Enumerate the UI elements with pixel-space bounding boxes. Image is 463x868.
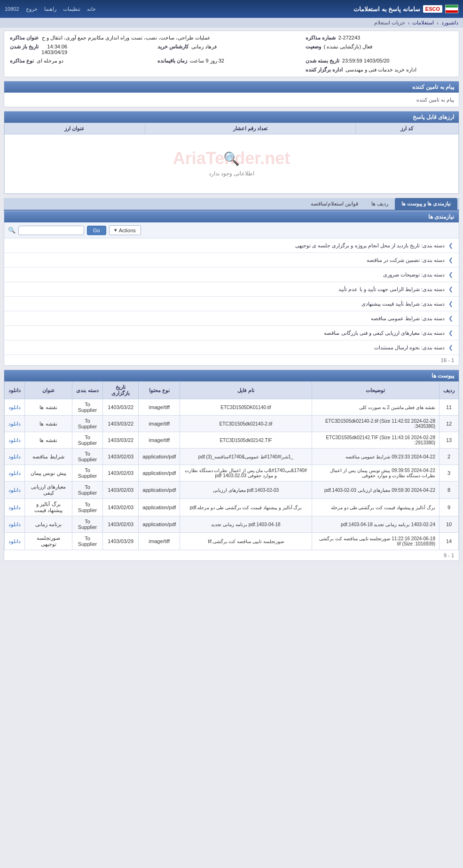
cell-filename: برگ آنالیز و پیشنهاد قیمت کث برگشتی طی د…: [180, 499, 312, 516]
download-link[interactable]: دانلود: [8, 404, 21, 410]
inquiry-number-field: 2-272243 شماره مذاکره: [306, 35, 453, 41]
col-currency-title: عنوان ارز: [5, 123, 145, 134]
needs-header: نیازمندی ها: [4, 211, 459, 222]
go-button[interactable]: Go: [87, 226, 106, 235]
table-row: 11 نقشه های فعلی ماشین 2 به صورت کلی ETC…: [5, 399, 459, 416]
cell-description: 1403-02-24 برنامه زمانی تجدید pdf.1403-0…: [312, 516, 439, 533]
download-link[interactable]: دانلود: [8, 538, 21, 544]
nav-settings[interactable]: تنظیمات: [63, 6, 80, 12]
col-description: توضیحات: [312, 382, 439, 399]
cell-filename: ETC3D1505dk02140-2.tif: [180, 416, 312, 432]
download-link[interactable]: دانلود: [8, 421, 21, 426]
tab-rows[interactable]: ردیف ها: [365, 198, 395, 210]
inquiry-number-value: 2-272243: [338, 35, 361, 40]
chevron-icon-1: ❯: [448, 242, 453, 249]
chevron-icon-4: ❯: [448, 286, 453, 292]
cell-download[interactable]: دانلود: [5, 416, 25, 432]
breadcrumb-current: جزیات استعلام: [374, 20, 405, 26]
cell-publish-date: 1403/02/03: [103, 449, 139, 465]
cell-download[interactable]: دانلود: [5, 399, 25, 416]
nav-guide[interactable]: راهنما: [44, 6, 56, 12]
cell-download[interactable]: دانلود: [5, 533, 25, 550]
cell-publish-date: 1403/03/22: [103, 432, 139, 449]
cell-download[interactable]: دانلود: [5, 465, 25, 481]
col-currency-code: کد ارز: [355, 123, 458, 134]
cell-filename: صورتجلسه تایپی مناقصه کث برگشی.tif: [180, 533, 312, 550]
cell-content-type: image/tiff: [139, 432, 180, 449]
title-label: عنوان مذاکره: [10, 35, 39, 41]
cell-download[interactable]: دانلود: [5, 432, 25, 449]
open-date-value: 14:34:06 1403/04/19: [41, 44, 67, 55]
cell-publish-date: 1403/02/03: [103, 516, 139, 533]
download-link[interactable]: دانلود: [8, 454, 21, 459]
chevron-icon-6: ❯: [448, 315, 453, 322]
breadcrumb-inquiries[interactable]: استعلامات: [412, 20, 434, 26]
attachments-section: پیوست ها ردیف توضیحات نام فایل نوع محتوا…: [4, 370, 459, 561]
cell-category: To Supplier: [72, 465, 102, 481]
chevron-icon-3: ❯: [448, 271, 453, 278]
cell-row-num: 10: [439, 516, 459, 533]
cell-content-type: application/pdf: [139, 481, 180, 499]
esco-logo: ESCO: [423, 5, 442, 13]
needs-item-3[interactable]: ❯ دسته بندی: توضیحات ضروری: [4, 268, 459, 282]
needs-item-6[interactable]: ❯ دسته بندی: شرایط عمومی مناقصه: [4, 311, 459, 326]
cell-filename: pdf.1403-04-18 برنامه زمانی تجدید: [180, 516, 312, 533]
needs-item-2[interactable]: ❯ دسته بندی: تضمین شرکت در مناقصه: [4, 253, 459, 268]
cell-row-num: 9: [439, 499, 459, 516]
cell-content-type: application/pdf: [139, 516, 180, 533]
download-link[interactable]: دانلود: [8, 437, 21, 443]
cell-publish-date: 1403/03/22: [103, 399, 139, 416]
cell-publish-date: 1403/02/03: [103, 481, 139, 499]
col-publish-date: تاریخ بازگزاری: [103, 382, 139, 399]
col-decimal-count: تعداد رقم اعشار: [145, 123, 355, 134]
cell-title: نقشه ها: [25, 399, 72, 416]
site-title: سامانه پاسخ به استعلامات: [353, 6, 420, 13]
needs-item-4[interactable]: ❯ دسته بندی: شرایط الزامی جهت تأیید و با…: [4, 282, 459, 297]
actions-button[interactable]: Actions ▾: [109, 225, 141, 235]
needs-item-label-1: دسته بندی: تاریخ بازدید از محل انجام پرو…: [295, 243, 445, 249]
needs-item-5[interactable]: ❯ دسته بندی: شرایط تأیید قیمت پیشنهادی: [4, 297, 459, 311]
download-link[interactable]: دانلود: [8, 505, 21, 510]
main-content: 2-272243 شماره مذاکره عملیات طراحی، ساخت…: [0, 28, 463, 564]
cell-description: 2024-02-28 11:42:02 ETC3D1505dk02140-2.t…: [312, 416, 439, 432]
cell-download[interactable]: دانلود: [5, 516, 25, 533]
cell-content-type: application/pdf: [139, 449, 180, 465]
needs-item-8[interactable]: ❯ دسته بندی: نحوه ارسال مستندات: [4, 340, 459, 355]
tab-rules[interactable]: قوانین استعلام/مناقصه: [304, 198, 365, 210]
needs-item-label-8: دسته بندی: نحوه ارسال مستندات: [374, 345, 445, 351]
table-row: 10 1403-02-24 برنامه زمانی تجدید pdf.140…: [5, 516, 459, 533]
download-link[interactable]: دانلود: [8, 521, 21, 527]
needs-search-input[interactable]: [18, 226, 84, 235]
cell-row-num: 11: [439, 399, 459, 416]
needs-item-label-7: دسته بندی: معیارهای ارزیابی کیفی و فنی ب…: [324, 330, 445, 336]
cell-row-num: 8: [439, 481, 459, 499]
breadcrumb-dashboard[interactable]: داشبورد: [441, 20, 458, 26]
needs-item-label-2: دسته بندی: تضمین شرکت در مناقصه: [367, 257, 445, 263]
chevron-down-icon: ▾: [114, 227, 117, 233]
actions-label: Actions: [119, 228, 136, 233]
breadcrumb: داشبورد › استعلامات › جزیات استعلام: [0, 18, 463, 28]
nav-logout[interactable]: خروج: [26, 6, 38, 12]
cell-download[interactable]: دانلود: [5, 499, 25, 516]
download-link[interactable]: دانلود: [8, 470, 21, 476]
nav-home[interactable]: خانه: [87, 6, 96, 12]
title-field: عملیات طراحی، ساخت، نصب، تست وراه اندازی…: [10, 35, 306, 41]
col-filename: نام فایل: [180, 382, 312, 399]
cell-title: نقشه ها: [25, 432, 72, 449]
close-date-value: 1403/05/20 23:59:59: [342, 58, 390, 63]
cell-publish-date: 1403/03/22: [103, 416, 139, 432]
tab-needs[interactable]: نیازمندی ها و پیوست ها: [395, 198, 457, 210]
type-label: نوع مذاکره: [10, 58, 34, 64]
download-link[interactable]: دانلود: [8, 487, 21, 493]
cell-download[interactable]: دانلود: [5, 481, 25, 499]
cell-content-type: application/pdf: [139, 465, 180, 481]
needs-item-7[interactable]: ❯ دسته بندی: معیارهای ارزیابی کیفی و فنی…: [4, 326, 459, 340]
info-card: 2-272243 شماره مذاکره عملیات طراحی، ساخت…: [4, 31, 459, 77]
needs-item-1[interactable]: ❯ دسته بندی: تاریخ بازدید از محل انجام پ…: [4, 238, 459, 253]
empty-message: اطلاعاتی وجود ندارد: [209, 170, 255, 177]
cell-category: To Supplier: [72, 516, 102, 533]
cell-download[interactable]: دانلود: [5, 449, 25, 465]
cell-row-num: 2: [439, 449, 459, 465]
cell-title: برگ آنالیز و پیشنهاد قیمت: [25, 499, 72, 516]
table-row: 8 2024-04-22 09:59:30 معیارهای ارزیابی p…: [5, 481, 459, 499]
